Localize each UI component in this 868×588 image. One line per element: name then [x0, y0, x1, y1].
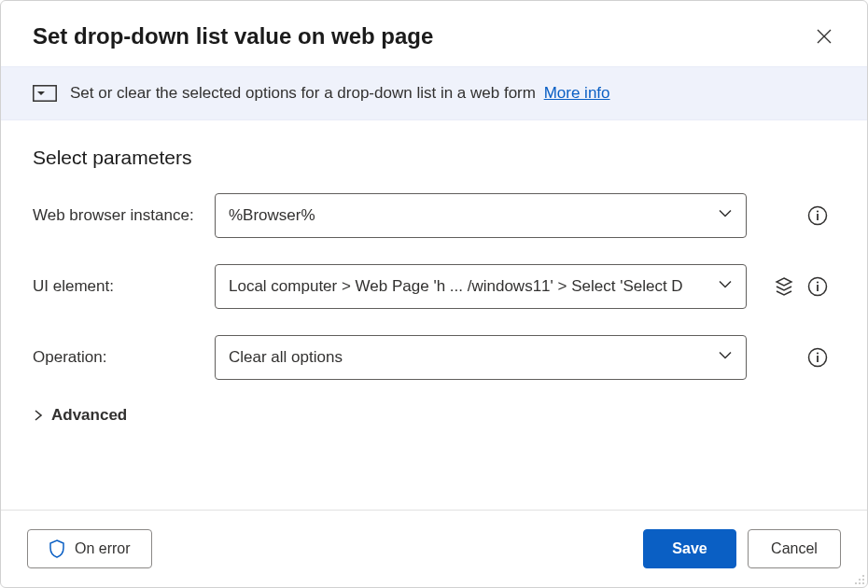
- chevron-down-icon: [718, 206, 733, 226]
- web-browser-value: %Browser%: [229, 206, 315, 225]
- chevron-down-icon: [718, 348, 733, 368]
- svg-rect-6: [817, 285, 819, 291]
- svg-point-2: [817, 210, 819, 212]
- svg-point-5: [817, 281, 819, 283]
- cancel-button[interactable]: Cancel: [748, 529, 841, 568]
- info-icon[interactable]: [806, 204, 829, 227]
- save-label: Save: [672, 540, 707, 557]
- chevron-down-icon: [718, 277, 733, 297]
- info-icon[interactable]: [806, 346, 829, 369]
- dialog-header: Set drop-down list value on web page: [1, 1, 867, 66]
- close-icon: [817, 29, 832, 44]
- svg-rect-0: [34, 86, 56, 101]
- param-row-web-browser: Web browser instance: %Browser%: [33, 193, 835, 238]
- spacer: [773, 346, 795, 369]
- param-row-ui-element: UI element: Local computer > Web Page 'h…: [33, 264, 835, 309]
- footer-left: On error: [27, 529, 152, 568]
- ui-element-dropdown[interactable]: Local computer > Web Page 'h ... /window…: [215, 264, 747, 309]
- svg-rect-9: [817, 356, 819, 362]
- operation-label: Operation:: [33, 348, 215, 367]
- dialog-content: Select parameters Web browser instance: …: [1, 120, 867, 510]
- ui-element-label: UI element:: [33, 277, 215, 296]
- svg-point-8: [817, 352, 819, 354]
- dropdown-glyph-icon: [33, 85, 57, 102]
- section-title: Select parameters: [33, 147, 835, 169]
- web-browser-actions: [773, 204, 829, 227]
- shield-icon: [49, 539, 65, 558]
- ui-element-picker-icon[interactable]: [773, 275, 795, 298]
- param-row-operation: Operation: Clear all options: [33, 335, 835, 380]
- chevron-right-icon: [33, 410, 44, 421]
- on-error-button[interactable]: On error: [27, 529, 152, 568]
- advanced-toggle[interactable]: Advanced: [33, 406, 835, 425]
- dialog-footer: On error Save Cancel: [1, 510, 867, 587]
- banner-text: Set or clear the selected options for a …: [70, 84, 610, 103]
- save-button[interactable]: Save: [643, 529, 736, 568]
- cancel-label: Cancel: [771, 540, 818, 557]
- web-browser-control: %Browser%: [215, 193, 747, 238]
- spacer: [773, 204, 795, 227]
- more-info-link[interactable]: More info: [544, 84, 610, 102]
- operation-actions: [773, 346, 829, 369]
- operation-value: Clear all options: [229, 348, 343, 367]
- advanced-label: Advanced: [51, 406, 127, 425]
- info-banner: Set or clear the selected options for a …: [1, 66, 867, 120]
- footer-right: Save Cancel: [643, 529, 841, 568]
- dialog-title: Set drop-down list value on web page: [33, 23, 433, 49]
- on-error-label: On error: [75, 540, 131, 557]
- close-button[interactable]: [813, 25, 835, 48]
- ui-element-actions: [773, 275, 829, 298]
- ui-element-value: Local computer > Web Page 'h ... /window…: [229, 277, 683, 296]
- operation-control: Clear all options: [215, 335, 747, 380]
- banner-description: Set or clear the selected options for a …: [70, 84, 536, 102]
- svg-rect-3: [817, 214, 819, 220]
- web-browser-dropdown[interactable]: %Browser%: [215, 193, 747, 238]
- web-browser-label: Web browser instance:: [33, 206, 215, 225]
- info-icon[interactable]: [806, 275, 829, 298]
- operation-dropdown[interactable]: Clear all options: [215, 335, 747, 380]
- ui-element-control: Local computer > Web Page 'h ... /window…: [215, 264, 747, 309]
